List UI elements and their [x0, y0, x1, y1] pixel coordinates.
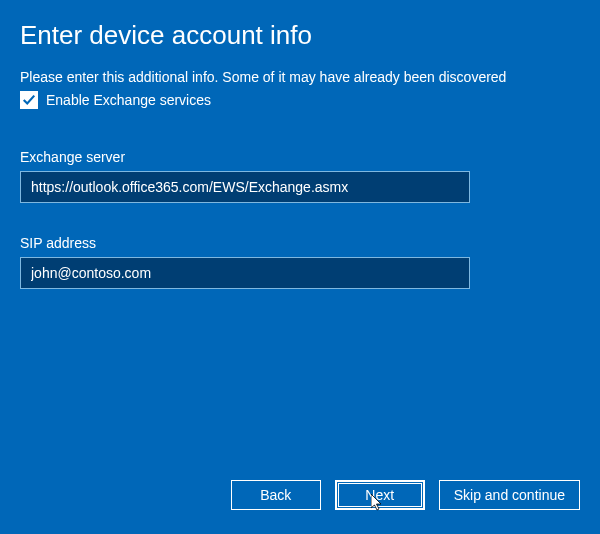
enable-exchange-label: Enable Exchange services [46, 92, 211, 108]
button-bar: Back Next Skip and continue [231, 480, 580, 510]
exchange-server-field: Exchange server [20, 149, 580, 203]
subtitle-text: Please enter this additional info. Some … [20, 69, 580, 85]
sip-address-label: SIP address [20, 235, 580, 251]
page-title: Enter device account info [20, 20, 580, 51]
checkbox-checked-icon[interactable] [20, 91, 38, 109]
back-button[interactable]: Back [231, 480, 321, 510]
skip-and-continue-button[interactable]: Skip and continue [439, 480, 580, 510]
next-button[interactable]: Next [335, 480, 425, 510]
enable-exchange-checkbox-row[interactable]: Enable Exchange services [20, 91, 580, 109]
sip-address-input[interactable] [20, 257, 470, 289]
sip-address-field: SIP address [20, 235, 580, 289]
exchange-server-label: Exchange server [20, 149, 580, 165]
next-button-label: Next [365, 487, 394, 503]
exchange-server-input[interactable] [20, 171, 470, 203]
